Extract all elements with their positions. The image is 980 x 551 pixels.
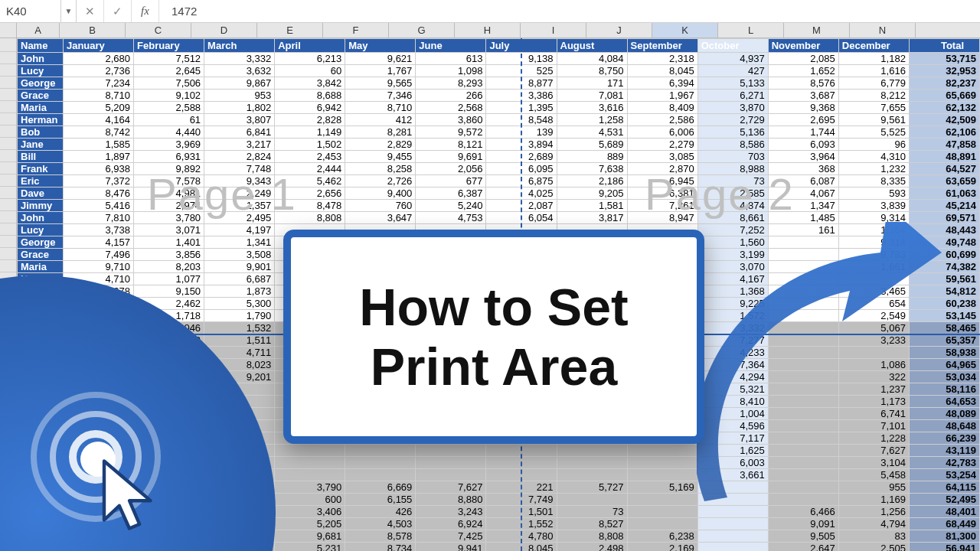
value-cell[interactable]: 8,203 [134, 261, 204, 273]
total-cell[interactable]: 65,669 [909, 90, 979, 102]
value-cell[interactable]: 7,638 [557, 163, 627, 175]
value-cell[interactable]: 703 [697, 151, 768, 163]
total-cell[interactable]: 52,495 [909, 494, 979, 506]
column-header-N[interactable]: N [850, 23, 916, 37]
row-header[interactable] [0, 38, 16, 52]
value-cell[interactable]: 9,091 [768, 518, 838, 530]
value-cell[interactable]: 1,086 [838, 359, 909, 371]
value-cell[interactable] [275, 445, 345, 457]
value-cell[interactable] [275, 469, 345, 481]
value-cell[interactable] [768, 261, 838, 273]
value-cell[interactable]: 4,310 [838, 151, 909, 163]
value-cell[interactable]: 7,627 [416, 481, 486, 494]
value-cell[interactable]: 7,372 [63, 175, 133, 187]
value-cell[interactable]: 3,217 [204, 139, 275, 151]
value-cell[interactable]: 2,318 [627, 53, 697, 65]
value-cell[interactable] [838, 347, 909, 359]
value-cell[interactable]: 8,877 [486, 77, 557, 90]
value-cell[interactable]: 7,234 [63, 77, 133, 90]
value-cell[interactable]: 6,931 [134, 151, 204, 163]
value-cell[interactable] [486, 445, 557, 457]
name-cell[interactable]: Grace [18, 249, 64, 261]
value-cell[interactable]: 2,656 [275, 187, 345, 200]
total-cell[interactable]: 53,034 [909, 371, 979, 383]
value-cell[interactable]: 1,401 [134, 236, 204, 249]
name-cell[interactable]: Frank [18, 163, 64, 175]
value-cell[interactable]: 2,186 [557, 175, 627, 187]
value-cell[interactable]: 3,647 [345, 212, 416, 224]
value-cell[interactable]: 1,744 [768, 126, 838, 139]
value-cell[interactable] [697, 494, 768, 506]
column-header-K[interactable]: K [652, 23, 718, 37]
value-cell[interactable] [697, 530, 768, 543]
value-cell[interactable]: 5,169 [627, 481, 697, 494]
value-cell[interactable] [768, 481, 838, 494]
value-cell[interactable] [627, 445, 697, 457]
value-cell[interactable]: 1,552 [486, 518, 557, 530]
value-cell[interactable]: 6,006 [627, 126, 697, 139]
value-cell[interactable]: 8,783 [838, 249, 909, 261]
value-cell[interactable]: 3,856 [134, 249, 204, 261]
value-cell[interactable]: 4,981 [134, 187, 204, 200]
name-cell[interactable]: Dave [18, 187, 64, 200]
value-cell[interactable] [627, 469, 697, 481]
value-cell[interactable]: 8,212 [838, 90, 909, 102]
table-row[interactable]: Dave8,4764,9812,2492,6569,4006,3874,0259… [18, 187, 980, 200]
value-cell[interactable]: 2,505 [838, 543, 909, 552]
total-cell[interactable]: 64,527 [909, 163, 979, 175]
value-cell[interactable]: 6,087 [768, 175, 838, 187]
value-cell[interactable]: 4,157 [63, 236, 133, 249]
value-cell[interactable]: 1,502 [275, 139, 345, 151]
row-header[interactable] [0, 248, 16, 260]
value-cell[interactable] [416, 469, 486, 481]
value-cell[interactable]: 2,828 [275, 114, 345, 126]
value-cell[interactable] [768, 236, 838, 249]
value-cell[interactable]: 4,503 [345, 518, 416, 530]
value-cell[interactable]: 5,525 [838, 126, 909, 139]
value-cell[interactable]: 427 [697, 65, 768, 77]
value-cell[interactable]: 1,560 [697, 236, 768, 249]
value-cell[interactable]: 3,386 [486, 90, 557, 102]
value-cell[interactable]: 8,734 [345, 543, 416, 552]
value-cell[interactable]: 1,256 [838, 506, 909, 518]
value-cell[interactable]: 760 [345, 200, 416, 212]
table-row[interactable]: John7,8103,7802,4958,8083,6474,7536,0543… [18, 212, 980, 224]
value-cell[interactable]: 6,095 [486, 163, 557, 175]
value-cell[interactable]: 2,056 [416, 163, 486, 175]
confirm-icon[interactable]: ✓ [104, 0, 132, 22]
value-cell[interactable]: 2,085 [768, 53, 838, 65]
value-cell[interactable]: 7,627 [838, 445, 909, 457]
value-cell[interactable]: 6,155 [345, 494, 416, 506]
total-cell[interactable]: 43,119 [909, 445, 979, 457]
total-cell[interactable]: 64,653 [909, 396, 979, 408]
row-header[interactable] [0, 52, 16, 64]
value-cell[interactable]: 5,462 [275, 175, 345, 187]
value-cell[interactable]: 3,332 [204, 53, 275, 65]
value-cell[interactable]: 6,945 [627, 175, 697, 187]
value-cell[interactable]: 5,689 [557, 139, 627, 151]
value-cell[interactable]: 3,406 [275, 506, 345, 518]
value-cell[interactable]: 412 [345, 114, 416, 126]
value-cell[interactable]: 8,121 [416, 139, 486, 151]
value-cell[interactable]: 1,237 [838, 383, 909, 396]
value-cell[interactable]: 2,829 [345, 139, 416, 151]
value-cell[interactable]: 3,894 [486, 139, 557, 151]
row-header[interactable] [0, 101, 16, 113]
value-cell[interactable]: 6,841 [204, 126, 275, 139]
value-cell[interactable] [416, 457, 486, 469]
value-cell[interactable]: 3,780 [134, 212, 204, 224]
value-cell[interactable]: 3,661 [697, 469, 768, 481]
name-cell[interactable]: Herman [18, 114, 64, 126]
value-cell[interactable]: 7,578 [134, 175, 204, 187]
value-cell[interactable]: 1,661 [838, 261, 909, 273]
value-cell[interactable]: 8,293 [416, 77, 486, 90]
value-cell[interactable] [768, 334, 838, 347]
value-cell[interactable]: 8,335 [838, 175, 909, 187]
value-cell[interactable]: 9,102 [134, 90, 204, 102]
value-cell[interactable] [486, 457, 557, 469]
value-cell[interactable]: 6,687 [204, 273, 275, 285]
value-cell[interactable] [768, 469, 838, 481]
name-cell[interactable]: Lucy [18, 65, 64, 77]
value-cell[interactable]: 7,425 [416, 530, 486, 543]
value-cell[interactable]: 2,647 [768, 543, 838, 552]
